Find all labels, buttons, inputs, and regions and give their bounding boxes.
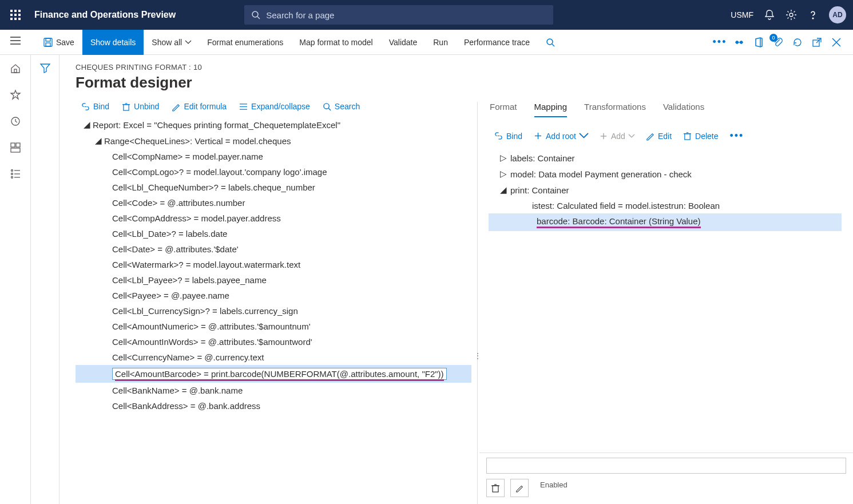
run-label: Run — [433, 38, 448, 47]
refresh-icon[interactable] — [792, 37, 803, 47]
office-icon[interactable] — [753, 37, 764, 47]
filter-funnel-icon[interactable] — [40, 63, 50, 504]
svg-rect-5 — [18, 14, 21, 16]
avatar-initials: AD — [832, 11, 842, 19]
tree-label: Cell<BankName> = @.bank.name — [112, 386, 243, 395]
tree-node-cell[interactable]: Cell<AmountInWords> = @.attributes.'$amo… — [76, 334, 471, 350]
tree-node-cell[interactable]: Cell<Lbl_ChequeNumber>? = labels.cheque_… — [76, 180, 471, 195]
cmdbar-search-button[interactable] — [538, 30, 563, 55]
dm-node-labels[interactable]: ▷labels: Container — [489, 150, 853, 166]
validate-button[interactable]: Validate — [381, 30, 426, 55]
chevron-down-icon — [580, 132, 588, 140]
mapping-more-icon[interactable]: ••• — [729, 130, 744, 142]
tree-node-cell[interactable]: Cell<AmountNumeric> = @.attributes.'$amo… — [76, 319, 471, 334]
mapping-delete-button[interactable]: Delete — [683, 132, 718, 141]
app-launcher-icon[interactable] — [7, 6, 24, 23]
global-search[interactable] — [244, 5, 553, 25]
tree-node-cell[interactable]: Cell<CompName> = model.payer.name — [76, 149, 471, 164]
settings-gear-icon[interactable] — [785, 9, 797, 21]
close-icon[interactable] — [831, 37, 842, 47]
show-all-label: Show all — [152, 38, 182, 47]
add-root-label: Add root — [546, 132, 576, 141]
user-avatar[interactable]: AD — [829, 6, 846, 23]
mapping-bottom-bar: Enabled — [479, 453, 853, 504]
tree-node-cell[interactable]: Cell<Lbl_Payee>? = labels.payee_name — [76, 272, 471, 288]
help-icon[interactable] — [807, 9, 819, 21]
mapping-bind-button[interactable]: Bind — [494, 132, 522, 141]
add-root-dropdown[interactable]: Add root — [534, 132, 588, 141]
tree-node-cell[interactable]: Cell<CompAddress> = model.payer.address — [76, 211, 471, 226]
bind-button[interactable]: Bind — [81, 102, 109, 111]
map-format-to-model-button[interactable]: Map format to model — [291, 30, 380, 55]
hamburger-icon[interactable] — [10, 37, 21, 46]
svg-rect-16 — [44, 38, 52, 46]
delete-formula-button[interactable] — [486, 479, 505, 497]
svg-point-9 — [252, 11, 258, 17]
unbind-button[interactable]: Unbind — [122, 102, 159, 111]
edit-formula-button[interactable]: Edit formula — [172, 102, 227, 111]
tree-search-button[interactable]: Search — [323, 102, 360, 111]
tree-label: Cell<Payee> = @.payee.name — [112, 291, 229, 300]
tree-node-cell[interactable]: Cell<Code> = @.attributes.number — [76, 195, 471, 211]
tree-node-cell[interactable]: Cell<Payee> = @.payee.name — [76, 288, 471, 303]
svg-point-12 — [812, 18, 814, 19]
enabled-value-input[interactable] — [486, 458, 846, 474]
tree-node-report[interactable]: ◢Report: Excel = "Cheques printing forma… — [76, 117, 471, 133]
svg-rect-2 — [18, 10, 21, 12]
performance-trace-button[interactable]: Performance trace — [456, 30, 538, 55]
dataverse-icon[interactable] — [734, 37, 744, 47]
save-icon — [43, 38, 53, 47]
tree-node-cell[interactable]: Cell<Watermark>? = model.layout.watermar… — [76, 257, 471, 272]
workspaces-icon[interactable] — [10, 142, 21, 153]
home-icon[interactable] — [10, 63, 21, 74]
tree-node-cell[interactable]: Cell<Date> = @.attributes.'$date' — [76, 241, 471, 257]
unbind-label: Unbind — [134, 102, 159, 111]
tree-label: Cell<AmountInWords> = @.attributes.'$amo… — [112, 337, 312, 347]
run-button[interactable]: Run — [425, 30, 456, 55]
svg-rect-7 — [14, 18, 17, 20]
save-button[interactable]: Save — [35, 30, 82, 55]
svg-rect-26 — [14, 69, 17, 73]
mapping-toolbar: Bind Add root Add Edit Delete ••• — [489, 122, 853, 148]
tab-format[interactable]: Format — [490, 102, 517, 117]
show-details-button[interactable]: Show details — [82, 30, 144, 55]
tree-node-cell[interactable]: Cell<CurrencyName> = @.currency.text — [76, 350, 471, 365]
svg-line-44 — [328, 108, 331, 110]
edit-formula-box-button[interactable] — [510, 479, 529, 497]
tab-mapping[interactable]: Mapping — [534, 102, 568, 117]
modules-list-icon[interactable] — [10, 168, 21, 180]
recent-clock-icon[interactable] — [10, 116, 21, 127]
mapping-edit-button[interactable]: Edit — [646, 132, 672, 141]
tree-node-range[interactable]: ◢Range<ChequeLines>: Vertical = model.ch… — [76, 133, 471, 149]
popout-icon[interactable] — [812, 37, 822, 47]
attachments-icon[interactable]: 0 — [773, 37, 783, 47]
dm-label: istest: Calculated field = model.istestr… — [532, 201, 720, 211]
more-options-icon[interactable]: ••• — [715, 37, 725, 47]
expand-collapse-button[interactable]: Expand/collapse — [239, 102, 310, 111]
svg-point-33 — [11, 173, 13, 175]
tree-node-cell[interactable]: Cell<Lbl_CurrencySign>? = labels.currenc… — [76, 303, 471, 319]
dm-node-model[interactable]: ▷model: Data model Payment generation - … — [489, 166, 853, 182]
data-model-tree[interactable]: ▷labels: Container ▷model: Data model Pa… — [489, 148, 853, 231]
dm-node-print[interactable]: ◢print: Container — [489, 182, 853, 198]
notifications-icon[interactable] — [764, 9, 775, 21]
tree-node-cell[interactable]: Cell<CompLogo>? = model.layout.'company … — [76, 164, 471, 180]
tree-node-selected[interactable]: Cell<AmountBarcode> = print.barcode(NUMB… — [76, 365, 471, 383]
show-all-dropdown[interactable]: Show all — [144, 30, 199, 55]
format-tree[interactable]: ◢Report: Excel = "Cheques printing forma… — [76, 117, 476, 504]
mapping-delete-label: Delete — [695, 132, 718, 141]
dm-node-istest[interactable]: istest: Calculated field = model.istestr… — [489, 198, 853, 213]
tab-validations[interactable]: Validations — [663, 102, 704, 117]
dm-node-barcode-selected[interactable]: barcode: Barcode: Container (String Valu… — [489, 213, 842, 231]
format-enumerations-button[interactable]: Format enumerations — [199, 30, 291, 55]
global-search-input[interactable] — [266, 10, 546, 20]
tree-node-cell[interactable]: Cell<Lbl_Date>? = labels.date — [76, 226, 471, 241]
favorites-star-icon[interactable] — [10, 89, 21, 101]
company-code[interactable]: USMF — [731, 10, 753, 19]
tab-transformations[interactable]: Transformations — [584, 102, 646, 117]
tree-label: Cell<AmountNumeric> = @.attributes.'$amo… — [112, 322, 311, 331]
perf-trace-label: Performance trace — [464, 38, 530, 47]
tree-label: Cell<CompLogo>? = model.layout.'company … — [112, 167, 327, 177]
tree-node-cell[interactable]: Cell<BankName> = @.bank.name — [76, 383, 471, 398]
tree-node-cell[interactable]: Cell<BankAddress> = @.bank.address — [76, 398, 471, 414]
